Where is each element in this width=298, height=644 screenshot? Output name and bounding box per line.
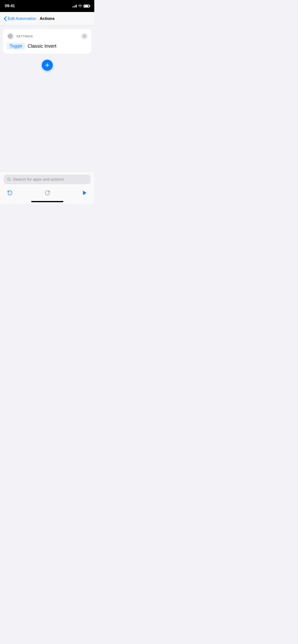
- status-bar: 09:41: [0, 0, 94, 12]
- add-button-wrap: [3, 60, 91, 71]
- action-body: Toggle Classic Invert: [7, 43, 88, 50]
- nav-bar: Edit Automation Actions: [0, 12, 94, 26]
- redo-button[interactable]: [43, 188, 52, 197]
- undo-button[interactable]: [6, 188, 14, 197]
- chevron-left-icon: [4, 16, 7, 21]
- settings-icon: [7, 32, 14, 40]
- status-icons: [72, 4, 89, 8]
- action-card-header: SETTINGS: [7, 32, 88, 40]
- bottom-panel: Search for apps and actions: [0, 171, 94, 204]
- page-title: Actions: [40, 16, 54, 21]
- svg-point-0: [7, 33, 14, 40]
- status-time: 09:41: [5, 4, 15, 8]
- search-bar[interactable]: Search for apps and actions: [4, 175, 90, 184]
- toolbar-row: [4, 188, 90, 201]
- toggle-badge[interactable]: Toggle: [7, 43, 25, 50]
- wifi-icon: [78, 4, 82, 8]
- action-card: SETTINGS Toggle Classic Invert: [3, 29, 91, 54]
- settings-label: SETTINGS: [16, 34, 33, 38]
- close-icon: [83, 35, 86, 38]
- action-card-label: SETTINGS: [7, 32, 33, 40]
- play-icon: [81, 190, 88, 196]
- back-button[interactable]: Edit Automation: [4, 16, 36, 21]
- search-placeholder: Search for apps and actions: [13, 177, 64, 182]
- main-content: SETTINGS Toggle Classic Invert: [0, 26, 94, 74]
- redo-icon: [44, 190, 51, 196]
- search-icon: [7, 178, 11, 181]
- action-description: Classic Invert: [28, 43, 56, 49]
- signal-icon: [72, 4, 77, 8]
- home-indicator: [31, 201, 63, 202]
- back-label: Edit Automation: [8, 16, 36, 21]
- play-button[interactable]: [80, 188, 89, 197]
- add-action-button[interactable]: [42, 60, 53, 71]
- battery-icon: [83, 4, 89, 8]
- remove-action-button[interactable]: [81, 33, 88, 39]
- undo-icon: [7, 190, 14, 196]
- plus-icon: [45, 62, 50, 68]
